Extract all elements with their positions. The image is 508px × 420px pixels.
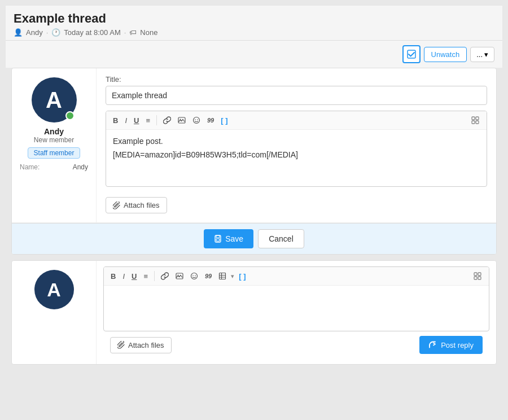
reply-attach-button[interactable]: Attach files — [110, 337, 172, 353]
reply-icon — [428, 340, 437, 349]
reply-editor-toolbar: B I U ≡ 99 — [104, 267, 489, 286]
reply-inner: A B I U ≡ — [12, 261, 496, 364]
svg-point-17 — [195, 275, 196, 276]
svg-rect-12 — [216, 239, 220, 241]
post-reply-button[interactable]: Post reply — [419, 336, 483, 354]
reply-emoji-button[interactable] — [188, 271, 200, 281]
reply-expand-button[interactable] — [471, 270, 484, 282]
name-label: Name: — [20, 163, 40, 171]
avatar: A — [32, 77, 77, 123]
clock-icon: 🕐 — [51, 28, 60, 37]
attach-button[interactable]: Attach files — [106, 197, 167, 213]
check-button[interactable] — [402, 45, 421, 63]
meta-author: Andy — [26, 28, 43, 37]
reply-list-button[interactable]: ≡ — [141, 271, 150, 282]
svg-rect-23 — [478, 273, 481, 275]
svg-point-3 — [194, 117, 200, 124]
underline-button[interactable]: U — [132, 115, 141, 126]
image-button[interactable] — [176, 115, 188, 125]
reply-paperclip-icon — [117, 341, 125, 349]
reply-card: A B I U ≡ — [11, 260, 497, 365]
reply-editor-body[interactable] — [104, 286, 489, 331]
save-button[interactable]: Save — [204, 229, 253, 248]
more-dots: ... — [476, 50, 483, 59]
svg-rect-25 — [478, 277, 481, 279]
reply-attach-label: Attach files — [128, 341, 164, 349]
svg-point-15 — [191, 273, 198, 279]
list-button[interactable]: ≡ — [143, 115, 152, 126]
save-icon — [214, 235, 222, 243]
reply-link-button[interactable] — [159, 271, 171, 281]
unwatch-button[interactable]: Unwatch — [424, 47, 467, 62]
page-meta: 👤 Andy · 🕐 Today at 8:00 AM · 🏷 None — [14, 28, 494, 37]
paperclip-icon — [113, 202, 121, 209]
expand-button[interactable] — [468, 115, 482, 126]
user-role: New member — [34, 136, 74, 144]
reply-table-button[interactable] — [216, 271, 229, 281]
thread-inner: A Andy New member Staff member Name: And… — [12, 68, 496, 222]
post-reply-label: Post reply — [441, 341, 474, 349]
page-header: Example thread 👤 Andy · 🕐 Today at 8:00 … — [6, 6, 502, 41]
tag-icon: 🏷 — [129, 28, 137, 37]
bold-button[interactable]: B — [111, 115, 120, 126]
cancel-button[interactable]: Cancel — [258, 229, 304, 248]
toolbar-sep-1 — [156, 115, 157, 125]
meta-time: Today at 8:00 AM — [64, 28, 120, 37]
reply-avatar: A — [34, 270, 74, 309]
page-title: Example thread — [14, 11, 494, 26]
meta-tag: None — [140, 28, 157, 37]
top-toolbar: Unwatch ... ▾ — [6, 41, 502, 68]
reply-editor-col: B I U ≡ 99 — [97, 261, 496, 364]
save-label: Save — [225, 234, 243, 243]
online-badge — [65, 111, 75, 120]
user-name: Andy — [44, 127, 64, 136]
quote-button[interactable]: 99 — [205, 116, 216, 125]
svg-rect-22 — [474, 273, 477, 275]
svg-rect-6 — [472, 117, 475, 120]
attach-label: Attach files — [124, 201, 160, 209]
svg-rect-7 — [476, 117, 479, 120]
svg-point-4 — [195, 119, 196, 120]
code-bracket-button[interactable]: [ ] — [218, 115, 230, 126]
italic-button[interactable]: I — [122, 115, 129, 126]
body-line1: Example post. — [113, 137, 480, 146]
reply-editor-box: B I U ≡ 99 — [103, 266, 489, 331]
reply-sep-1 — [154, 271, 155, 281]
svg-rect-8 — [472, 121, 475, 124]
chevron-down-icon: ▾ — [484, 50, 488, 59]
attach-section: Attach files — [106, 193, 487, 216]
reply-image-button[interactable] — [173, 271, 186, 281]
reply-table-chevron[interactable]: ▾ — [231, 273, 234, 280]
save-bar: Save Cancel — [12, 223, 496, 254]
reply-bottom: Attach files Post reply — [103, 331, 489, 358]
editor-box: B I U ≡ — [106, 111, 487, 187]
title-input[interactable] — [106, 86, 487, 105]
link-button[interactable] — [161, 115, 173, 125]
author-icon: 👤 — [14, 28, 23, 37]
body-line2: [MEDIA=amazon]id=B09H85W3H5;tld=com[/MED… — [113, 150, 480, 159]
reply-avatar-col: A — [12, 261, 97, 364]
title-section: Title: — [106, 75, 487, 105]
editor-toolbar: B I U ≡ — [106, 111, 487, 130]
avatar-letter: A — [46, 88, 62, 113]
reply-bold-button[interactable]: B — [108, 271, 118, 282]
reply-italic-button[interactable]: I — [120, 271, 127, 282]
svg-point-5 — [197, 119, 198, 120]
more-button[interactable]: ... ▾ — [470, 47, 494, 62]
thread-card: A Andy New member Staff member Name: And… — [11, 68, 497, 255]
svg-rect-24 — [474, 277, 477, 279]
reply-quote-button[interactable]: 99 — [203, 272, 214, 281]
editor-body[interactable]: Example post. [MEDIA=amazon]id=B09H85W3H… — [106, 130, 487, 186]
svg-point-16 — [192, 275, 194, 276]
name-value: Andy — [73, 163, 88, 171]
emoji-button[interactable] — [190, 115, 203, 125]
svg-rect-9 — [476, 121, 479, 124]
svg-rect-18 — [220, 273, 226, 279]
reply-avatar-letter: A — [47, 279, 61, 301]
reply-underline-button[interactable]: U — [129, 271, 139, 282]
user-name-row: Name: Andy — [17, 163, 90, 171]
user-sidebar: A Andy New member Staff member Name: And… — [12, 68, 97, 222]
main-content: A Andy New member Staff member Name: And… — [6, 68, 502, 365]
title-label: Title: — [106, 75, 487, 84]
reply-code-bracket-button[interactable]: [ ] — [237, 271, 248, 282]
